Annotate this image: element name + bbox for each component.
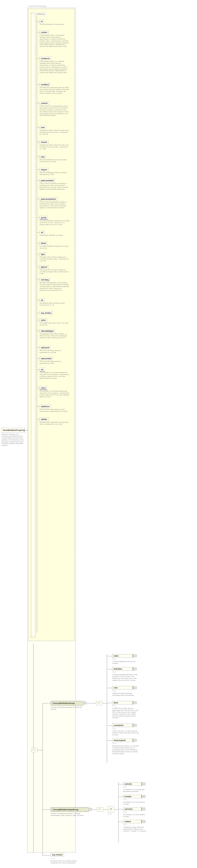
attribute-desc: The date (and, optionally, the time) bef… — [39, 408, 69, 412]
attribute-name: creator — [39, 31, 49, 34]
attribute-connector — [37, 217, 39, 218]
attribute-connector — [37, 313, 39, 313]
attribute-desc: If set to true the corresponding propert… — [39, 105, 69, 116]
attribute-connector — [37, 331, 39, 331]
attribute-name: valueunit — [39, 346, 51, 349]
expand-icon[interactable]: + — [134, 702, 136, 704]
attributes-heading: ⊟ attributes — [34, 12, 46, 16]
attribute-desc: A URI which identifies a concept. — [39, 235, 69, 236]
expand-icon[interactable]: + — [134, 686, 136, 689]
element-sameAs: sameAs — [123, 782, 142, 786]
expand-icon[interactable]: + — [89, 808, 92, 810]
attribute-name: valuedatatype — [39, 329, 55, 333]
attribute-name: dir — [39, 299, 45, 302]
element-desc: A natural language name for the concept. — [112, 661, 139, 664]
attributes-heading-text: attributes — [37, 13, 45, 15]
crg-hline — [42, 809, 51, 810]
concept-relationships-group: ConceptRelationshipsGroup — [51, 807, 89, 812]
occurrence: 0..∞ — [113, 671, 116, 673]
occurrence: 0..∞ — [124, 786, 127, 788]
element-narrower: narrower — [123, 807, 142, 811]
attribute-connector — [37, 419, 39, 420]
occurrence: 0..∞ — [113, 727, 116, 729]
attribute-desc: The type of the concept assigned as cont… — [39, 269, 69, 275]
attribute-connector — [37, 103, 39, 103]
crg-switch — [108, 806, 114, 813]
attribute-connector — [37, 169, 39, 170]
cdg-child-connector — [107, 656, 112, 656]
attribute-item: pubconstrainturiOne or many constraints … — [39, 197, 69, 211]
attribute-name: rel — [39, 368, 45, 371]
attribute-name: typeuri — [39, 265, 48, 269]
attribute-item: howuriIndicates by which means the value… — [39, 141, 69, 152]
any-other-label: any ##other — [52, 854, 63, 856]
cdg-child-connector — [107, 740, 112, 741]
attribute-item: valueunitThe unit of the value attribute… — [39, 346, 69, 355]
attribute-name: id — [39, 20, 44, 23]
attribute-item: reluriThe identifier of a concept defini… — [39, 386, 69, 400]
attribute-connector — [37, 406, 39, 407]
attribute-name: qcode — [39, 216, 48, 220]
crg-switch-out — [114, 809, 118, 810]
attribute-name: type — [39, 252, 46, 256]
attribute-name: valueunituri — [39, 357, 53, 360]
element-desc: A link to an item or a web resource whic… — [112, 730, 139, 736]
element-desc: A related concept, where the relationshi… — [123, 826, 151, 832]
expand-icon[interactable]: + — [143, 820, 145, 823]
attribute-item: validfromThe date (and, optionally, the … — [39, 405, 69, 414]
expand-icon[interactable]: + — [134, 668, 136, 670]
element-desc: An identifier of a concept with equivale… — [123, 789, 151, 793]
attribute-item: modifiedThe date (and, optionally, the t… — [39, 83, 69, 96]
attribute-name: modified — [39, 83, 50, 86]
attribute-item: relThe identifier of a concept defining … — [39, 368, 69, 381]
attribute-item: qcodeA concept identifier expressed as a… — [39, 216, 69, 227]
expand-icon[interactable]: + — [84, 702, 86, 704]
element-desc: An identifier of a more generic concept. — [123, 801, 151, 805]
attribute-desc: The directionality of textual content (e… — [39, 302, 69, 306]
attribute-desc: The identifier of a concept defining the… — [39, 372, 69, 379]
attribute-connector — [37, 85, 39, 85]
crg-child-spine — [118, 782, 119, 842]
attribute-desc: The local identifier of the property — [39, 24, 69, 25]
occurrence: 0..∞ — [124, 799, 127, 800]
attribute-connector — [37, 21, 39, 22]
expand-icon[interactable]: + — [143, 783, 145, 785]
attribute-name: pubconstrainturi — [39, 197, 58, 201]
expand-icon[interactable]: + — [134, 655, 136, 657]
cdg-child-connector — [107, 688, 112, 688]
cdg-child-connector — [107, 725, 112, 726]
attribute-desc: One or many constraints that apply to pu… — [39, 201, 69, 209]
branch-spine — [42, 703, 43, 856]
attribute-desc: The related value (see more in the spec … — [39, 322, 69, 326]
attribute-name: creatoruri — [39, 57, 51, 60]
any-desc: Extension point for provider-defined pro… — [51, 860, 81, 864]
attribute-item: valueThe related value (see more in the … — [39, 318, 69, 328]
attribute-connector — [37, 142, 39, 142]
attribute-connector — [37, 232, 39, 232]
attribute-desc: Indicates by which means the value was e… — [39, 144, 69, 150]
element-hierarchyInfo: hierarchyInfo — [112, 739, 133, 742]
root-sequence — [31, 748, 38, 752]
attribute-name: custom — [39, 101, 49, 105]
expand-icon[interactable]: + — [143, 795, 145, 798]
crg-child-connector — [118, 809, 123, 809]
attribute-item: literalA concept identifier expressed as… — [39, 242, 69, 251]
attribute-connector — [37, 254, 39, 254]
attribute-item: validtoThe date (and, optionally, the ti… — [39, 417, 69, 427]
element-related: related — [123, 820, 142, 823]
attribute-item: idThe local identifier of the property — [39, 20, 69, 27]
element-desc: Additional natural language information … — [112, 692, 139, 696]
expand-icon[interactable]: + — [134, 739, 136, 742]
expand-icon[interactable]: + — [143, 808, 145, 810]
attribute-item: valueunituriThe unit of the value attrib… — [39, 357, 69, 366]
attribute-desc: Specifies the language of this property … — [39, 282, 69, 291]
expand-icon[interactable]: + — [134, 724, 136, 726]
attribute-desc: If the property value is not defined, sp… — [39, 61, 69, 73]
attribute-item: howIndicates by which means the value wa… — [39, 126, 69, 137]
cdg-label: ConceptDefinitionGroup — [53, 702, 75, 704]
attribute-item: whyWhy the metadata has been included - … — [39, 155, 69, 165]
attribute-item: typeThe type of the concept assigned as … — [39, 252, 69, 264]
attribute-desc: The datatype of the value attribute – it… — [39, 333, 69, 339]
attribute-desc: The date (and, optionally, the time) whe… — [39, 87, 69, 94]
attribute-connector — [37, 243, 39, 243]
